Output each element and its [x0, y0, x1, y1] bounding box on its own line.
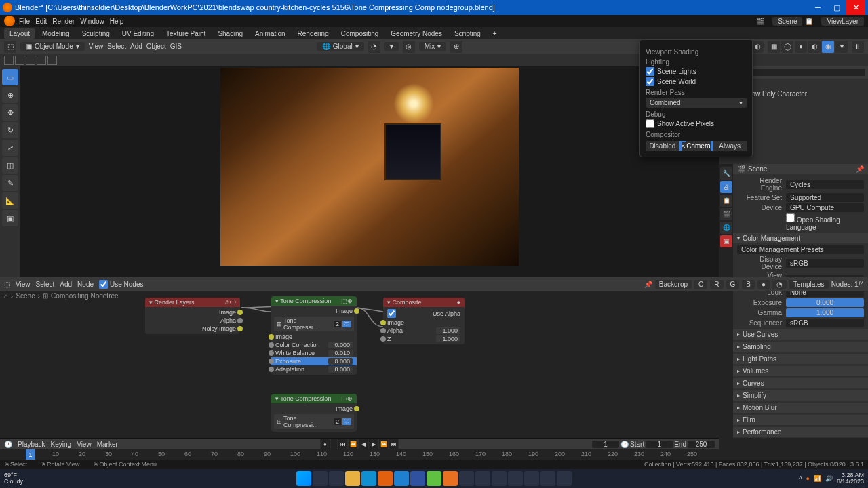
snap-toggle[interactable]: ◔	[368, 41, 380, 53]
blender-icon[interactable]	[443, 471, 458, 486]
menu-edit[interactable]: Edit	[35, 18, 47, 25]
menu-gis[interactable]: GIS	[170, 43, 182, 50]
sec-performance[interactable]: Performance	[733, 427, 868, 437]
use-nodes-checkbox[interactable]: Use Nodes	[99, 280, 143, 289]
render-engine-selector[interactable]: Cycles	[786, 180, 864, 189]
render-pass-selector[interactable]: Combined▾	[646, 98, 747, 108]
cm-presets[interactable]: Color Management Presets	[737, 245, 864, 254]
tone-compression-node-2[interactable]: ▾ Tone Compression⬚⊕ Image ⊞Tone Compres…	[271, 394, 357, 432]
select-box-tool[interactable]: ▭	[2, 69, 18, 85]
menu-file[interactable]: File	[19, 18, 30, 25]
mode-selector[interactable]: ▣Object Mode▾	[20, 42, 85, 51]
app-icon[interactable]	[492, 471, 507, 486]
tab-texturepaint[interactable]: Texture Paint	[161, 28, 211, 39]
tray-date[interactable]: 8/14/2023	[837, 479, 864, 485]
search-button[interactable]	[313, 471, 328, 486]
viewlayer-selector[interactable]: ViewLayer	[821, 17, 864, 26]
scale-tool[interactable]: ⤢	[2, 140, 18, 156]
play-reverse-button[interactable]: ◀	[359, 439, 368, 449]
scene-name[interactable]: Scene	[748, 165, 767, 173]
device-selector[interactable]: GPU Compute	[786, 203, 864, 212]
app-icon[interactable]	[459, 471, 474, 486]
editor-type-icon[interactable]: ⬚	[4, 41, 16, 53]
select-mode-4[interactable]	[37, 56, 46, 65]
volume-icon[interactable]: 🔊	[825, 475, 833, 482]
menu-help[interactable]: Help	[110, 18, 124, 25]
taskview-button[interactable]	[329, 471, 344, 486]
app-icon[interactable]	[475, 471, 490, 486]
cursor-tool[interactable]: ⊕	[2, 87, 18, 103]
tab-rendering[interactable]: Rendering	[292, 28, 334, 39]
move-tool[interactable]: ✥	[2, 104, 18, 121]
nodegroup-selector[interactable]: ⊞Tone Compressi...2🛡	[274, 317, 354, 331]
node-menu-add[interactable]: Add	[60, 281, 72, 288]
tl-playback[interactable]: Playback	[18, 441, 45, 448]
minimize-button[interactable]: ─	[808, 0, 827, 15]
sec-lightpaths[interactable]: Light Paths	[733, 354, 868, 364]
channel-g[interactable]: G	[726, 280, 740, 289]
rotate-tool[interactable]: ↻	[2, 122, 18, 138]
sec-simplify[interactable]: Simplify	[733, 390, 868, 401]
menu-add-3d[interactable]: Add	[130, 43, 142, 50]
node-menu-node[interactable]: Node	[77, 281, 94, 288]
weather-widget[interactable]: 69°FCloudy	[4, 472, 23, 485]
sec-volumes[interactable]: Volumes	[733, 366, 868, 376]
channel-c[interactable]: C	[694, 280, 707, 289]
start-frame-field[interactable]: 1	[646, 441, 673, 448]
snap-icon[interactable]: ◔	[772, 280, 787, 289]
explorer-icon[interactable]	[345, 471, 360, 486]
menu-select-3d[interactable]: Select	[107, 43, 126, 50]
blender-tray-icon[interactable]: ●	[806, 475, 810, 482]
tone-compression-node[interactable]: ▾ Tone Compression⬚⊕ Image ⊞Tone Compres…	[271, 296, 357, 375]
tab-add[interactable]: +	[488, 28, 502, 39]
menu-render[interactable]: Render	[52, 18, 75, 25]
tab-compositing[interactable]: Compositing	[336, 28, 384, 39]
tab-sculpting[interactable]: Sculpting	[77, 28, 115, 39]
proportional-toggle[interactable]: ◎	[403, 41, 415, 53]
select-mode-5[interactable]	[47, 56, 57, 65]
proptab-output[interactable]: 🖨	[720, 181, 732, 193]
wireframe-shading[interactable]: ◯	[781, 41, 793, 53]
edge-icon[interactable]	[361, 471, 376, 486]
channel-a[interactable]: ●	[757, 280, 770, 289]
jump-start-button[interactable]: ⏮	[338, 439, 348, 449]
mix-selector[interactable]: Mix▾	[419, 42, 447, 51]
rendered-shading[interactable]: ◉	[822, 41, 834, 53]
proptab-render[interactable]: 🔧	[720, 167, 732, 180]
wifi-icon[interactable]: 📶	[814, 475, 821, 482]
display-device[interactable]: sRGB	[786, 259, 864, 268]
matprev-shading[interactable]: ◐	[808, 41, 821, 53]
firefox-icon[interactable]	[378, 471, 393, 486]
tray-chevron[interactable]: ^	[799, 475, 802, 482]
app-icon[interactable]	[508, 471, 523, 486]
tab-modeling[interactable]: Modeling	[37, 28, 75, 39]
annotate-tool[interactable]: ✎	[2, 175, 18, 191]
menu-view-3d[interactable]: View	[89, 43, 104, 50]
proptab-world[interactable]: 🌐	[720, 222, 732, 234]
tab-animation[interactable]: Animation	[250, 28, 290, 39]
scene-lights-checkbox[interactable]: Scene Lights	[646, 67, 747, 76]
timeline-ruler[interactable]: 1 10203040506070809010011012013014015016…	[0, 449, 719, 460]
scene-world-checkbox[interactable]: Scene World	[646, 77, 747, 86]
app-icon[interactable]	[427, 471, 441, 486]
sec-usecurves[interactable]: Use Curves	[733, 329, 868, 340]
render-layers-node[interactable]: ▾ Render Layers⚠🖵 Image Alpha Noisy Imag…	[145, 298, 240, 334]
current-frame-field[interactable]: 1	[592, 441, 619, 448]
scene-selector[interactable]: Scene	[772, 17, 802, 26]
orientation-selector[interactable]: 🌐Global▾	[317, 42, 364, 51]
compositor-always[interactable]: Always	[713, 141, 747, 151]
end-frame-field[interactable]: 250	[688, 441, 715, 448]
tl-keying[interactable]: Keying	[51, 441, 72, 448]
tab-geometrynodes[interactable]: Geometry Nodes	[385, 28, 448, 39]
cursor-icon[interactable]: ⊕	[450, 41, 462, 53]
select-mode-2[interactable]	[15, 56, 24, 65]
jump-next-button[interactable]: ⏩	[379, 439, 389, 449]
proptab-viewlayer[interactable]: 📋	[720, 195, 732, 207]
pin-icon[interactable]: 📌	[644, 281, 652, 288]
jump-end-button[interactable]: ⏭	[389, 439, 399, 449]
tab-uvediting[interactable]: UV Editing	[117, 28, 159, 39]
viewport-3d[interactable]	[20, 66, 719, 277]
templates-menu[interactable]: Templates	[789, 280, 829, 289]
sec-sampling[interactable]: Sampling	[733, 342, 868, 352]
osl-checkbox[interactable]: Open Shading Language	[786, 214, 864, 231]
